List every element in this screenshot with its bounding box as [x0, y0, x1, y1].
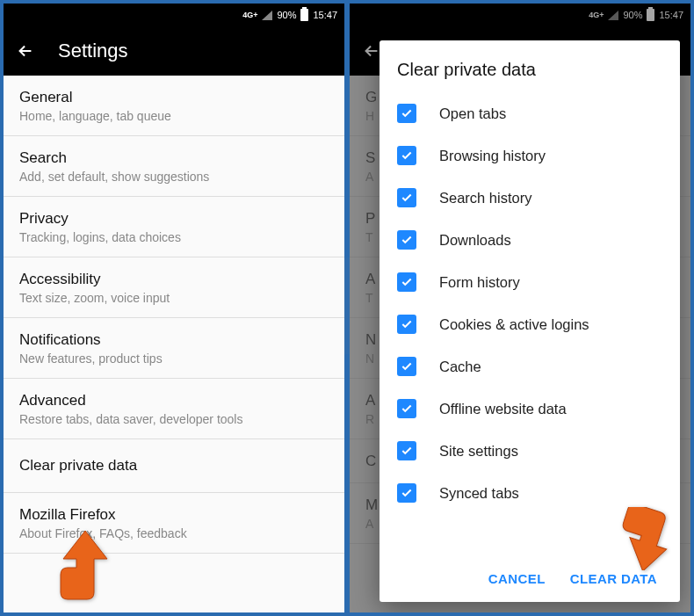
dialog-options-list: Open tabs Browsing history Search histor… [397, 92, 662, 562]
option-label: Search history [439, 190, 531, 207]
dual-screenshot-container: 4G+ 90% 15:47 Settings General Home, lan… [0, 0, 694, 616]
checkbox-checked-icon[interactable] [397, 441, 416, 460]
option-label: Offline website data [439, 401, 567, 417]
option-offline-data[interactable]: Offline website data [397, 388, 662, 430]
checkbox-checked-icon[interactable] [397, 104, 416, 123]
item-title: General [19, 89, 329, 106]
settings-item-search[interactable]: Search Add, set default, show suggestion… [4, 136, 344, 197]
settings-item-privacy[interactable]: Privacy Tracking, logins, data choices [4, 197, 344, 257]
back-icon[interactable] [16, 41, 35, 61]
item-title: Privacy [19, 210, 329, 228]
option-label: Open tabs [439, 105, 506, 122]
settings-item-general[interactable]: General Home, language, tab queue [4, 76, 344, 136]
clear-data-button[interactable]: CLEAR DATA [570, 571, 657, 586]
cancel-button[interactable]: CANCEL [488, 571, 546, 586]
page-title: Settings [58, 40, 128, 62]
clock: 15:47 [313, 10, 337, 20]
settings-item-notifications[interactable]: Notifications New features, product tips [4, 318, 344, 379]
item-subtitle: Tracking, logins, data choices [19, 230, 329, 244]
battery-percent: 90% [277, 10, 296, 20]
option-label: Downloads [439, 232, 511, 249]
item-subtitle: Home, language, tab queue [19, 109, 329, 123]
option-cache[interactable]: Cache [397, 345, 662, 388]
signal-icon [262, 11, 272, 20]
item-title: Mozilla Firefox [19, 506, 329, 524]
item-title: Advanced [19, 392, 329, 409]
option-label: Site settings [439, 443, 518, 460]
option-label: Cache [439, 359, 481, 375]
option-label: Form history [439, 274, 520, 291]
phone-right: 4G+ 90% 15:47 GH SA PT AT NN AR C MA [350, 4, 690, 612]
item-title: Notifications [19, 331, 329, 349]
option-label: Browsing history [439, 148, 546, 164]
settings-item-clear-private-data[interactable]: Clear private data [4, 439, 344, 493]
dialog-actions: CANCEL CLEAR DATA [397, 562, 662, 593]
settings-item-mozilla-firefox[interactable]: Mozilla Firefox About Firefox, FAQs, fee… [4, 493, 344, 554]
checkbox-checked-icon[interactable] [397, 483, 416, 503]
checkbox-checked-icon[interactable] [397, 357, 416, 376]
item-subtitle: Add, set default, show suggestions [19, 170, 329, 184]
option-downloads[interactable]: Downloads [397, 219, 662, 261]
option-open-tabs[interactable]: Open tabs [397, 92, 662, 134]
item-subtitle: Text size, zoom, voice input [19, 291, 329, 305]
option-site-settings[interactable]: Site settings [397, 430, 662, 472]
option-form-history[interactable]: Form history [397, 261, 662, 303]
checkbox-checked-icon[interactable] [397, 315, 416, 334]
checkbox-checked-icon[interactable] [397, 272, 416, 292]
item-subtitle: New features, product tips [19, 351, 329, 366]
battery-icon [300, 9, 308, 21]
settings-item-advanced[interactable]: Advanced Restore tabs, data saver, devel… [4, 379, 344, 439]
checkbox-checked-icon[interactable] [397, 230, 416, 250]
settings-list[interactable]: General Home, language, tab queue Search… [4, 76, 344, 612]
item-subtitle: About Firefox, FAQs, feedback [19, 526, 329, 540]
network-icon: 4G+ [242, 11, 257, 19]
option-cookies[interactable]: Cookies & active logins [397, 303, 662, 345]
checkbox-checked-icon[interactable] [397, 188, 416, 207]
option-synced-tabs[interactable]: Synced tabs [397, 472, 662, 514]
item-subtitle: Restore tabs, data saver, developer tool… [19, 412, 329, 426]
phone-left: 4G+ 90% 15:47 Settings General Home, lan… [4, 4, 344, 612]
option-search-history[interactable]: Search history [397, 177, 662, 219]
item-title: Accessibility [19, 271, 329, 288]
status-bar: 4G+ 90% 15:47 [4, 4, 344, 26]
checkbox-checked-icon[interactable] [397, 146, 416, 165]
checkbox-checked-icon[interactable] [397, 399, 416, 418]
clear-private-data-dialog: Clear private data Open tabs Browsing hi… [380, 40, 680, 602]
item-title: Clear private data [19, 457, 329, 475]
option-label: Synced tabs [439, 485, 519, 502]
settings-item-accessibility[interactable]: Accessibility Text size, zoom, voice inp… [4, 257, 344, 318]
app-header: Settings [4, 26, 344, 76]
option-browsing-history[interactable]: Browsing history [397, 134, 662, 177]
item-title: Search [19, 149, 329, 167]
dialog-title: Clear private data [397, 60, 662, 80]
option-label: Cookies & active logins [439, 316, 589, 333]
